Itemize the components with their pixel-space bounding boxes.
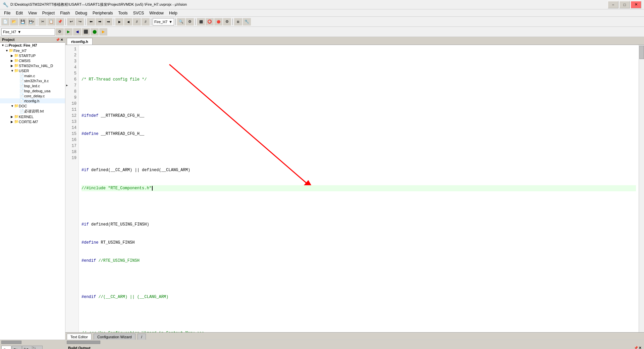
menu-item-svcs[interactable]: SVCS xyxy=(130,10,147,16)
tree-item-cmsis[interactable]: ▶ 📁 CMSIS xyxy=(0,58,65,63)
expand-startup[interactable]: ▶ xyxy=(11,54,14,57)
tree-label-user: USER xyxy=(19,69,29,73)
project-name: Fire_H7 xyxy=(3,30,16,34)
save-button[interactable]: 💾 xyxy=(19,18,27,26)
green-btn[interactable]: ⬤ xyxy=(91,28,99,36)
tab-text-editor[interactable]: Text Editor xyxy=(67,334,92,340)
paste-button[interactable]: 📌 xyxy=(56,18,64,26)
tree-item-root[interactable]: ▼ 🗂 Project: Fire_H7 xyxy=(0,43,65,48)
dropdown-arrow: ▼ xyxy=(169,20,172,24)
tree-item-fire-h7[interactable]: ▼ 📁 Fire_H7 xyxy=(0,48,65,53)
indent-button[interactable]: ▶ xyxy=(115,18,123,26)
pin-icon2[interactable]: 📌 xyxy=(634,346,638,349)
menu-item-tools[interactable]: Tools xyxy=(116,10,130,16)
expand-doc[interactable]: ▼ xyxy=(11,104,14,108)
target-dropdown[interactable]: Fire_H7 ▼ xyxy=(153,18,174,26)
tab-extra[interactable]: / xyxy=(138,334,146,340)
open-button[interactable]: 📂 xyxy=(10,18,18,26)
expand-stm32[interactable]: ▶ xyxy=(11,64,14,67)
editor-hscroll-thumb[interactable] xyxy=(67,341,100,344)
tree-item-itc[interactable]: 📄 stm32h7xx_it.c xyxy=(0,78,65,83)
project-hscroll-thumb[interactable] xyxy=(1,341,21,344)
code-kw: defined xyxy=(91,167,108,173)
close-panel2-icon[interactable]: ✕ xyxy=(639,346,641,349)
editor-scrollbar[interactable] xyxy=(639,45,644,332)
tree-item-mainc[interactable]: 📄 main.c xyxy=(0,73,65,78)
close-panel-icon[interactable]: ✕ xyxy=(60,38,63,42)
expand-root[interactable]: ▼ xyxy=(1,44,5,47)
code-content[interactable]: /* RT-Thread config file */ #ifndef __RT… xyxy=(79,45,639,332)
editor-tab-rtconfig[interactable]: rtconfig.h xyxy=(67,38,93,45)
tree-item-rtconfig[interactable]: 📄 rtconfig.h xyxy=(0,98,65,103)
find-button[interactable]: 🔍 xyxy=(177,18,185,26)
settings2-button[interactable]: ⚙ xyxy=(56,28,64,36)
forward-button[interactable]: ➡ xyxy=(96,18,104,26)
side-tab-project[interactable]: Pr... xyxy=(1,346,11,349)
pin-icon[interactable]: 📌 xyxy=(56,38,60,42)
tree-item-stm32[interactable]: ▶ 📁 STM32H7xx_HAL_D xyxy=(0,63,65,68)
run-btn[interactable]: ▶ xyxy=(99,28,107,36)
editor-hscroll[interactable] xyxy=(65,340,644,344)
stop-btn[interactable]: ◀ xyxy=(73,28,81,36)
maximize-button[interactable]: □ xyxy=(619,1,630,8)
back-button[interactable]: ⬅ xyxy=(87,18,95,26)
tree-item-readme[interactable]: 📄 必读说明.txt xyxy=(0,108,65,114)
go-next-button[interactable]: ⮕ xyxy=(104,18,112,26)
bp-all-button[interactable]: ⚙ xyxy=(223,18,231,26)
new-file-button[interactable]: 📄 xyxy=(1,18,9,26)
menu-item-peripherals[interactable]: Peripherals xyxy=(90,10,116,16)
code-line-7: //#include "RTE_Components.h" xyxy=(82,185,636,191)
view-button[interactable]: ⊞ xyxy=(234,18,242,26)
expand-fire-h7[interactable]: ▼ xyxy=(5,49,9,52)
project-hscroll[interactable] xyxy=(0,340,65,344)
bottom-section: Pr... Bu... {} F... ↑↓ Te... Build Outpu… xyxy=(0,344,644,349)
save-all-button[interactable]: 💾+ xyxy=(28,18,36,26)
menu-item-project[interactable]: Project xyxy=(40,10,57,16)
redo-button[interactable]: ↪ xyxy=(76,18,84,26)
bp-on-button[interactable]: ⭕ xyxy=(206,18,214,26)
horizontal-scrollbar-bar xyxy=(0,340,644,344)
expand-cortex[interactable]: ▶ xyxy=(11,120,14,123)
expand-cmsis[interactable]: ▶ xyxy=(11,59,14,62)
menu-item-window[interactable]: Window xyxy=(147,10,166,16)
copy-button[interactable]: 📋 xyxy=(47,18,55,26)
title-bar-controls[interactable]: − □ ✕ xyxy=(608,1,641,8)
outdent-button[interactable]: ◀ xyxy=(124,18,132,26)
project-selector[interactable]: Fire_H7 ▼ xyxy=(1,28,55,36)
side-tab-build[interactable]: Bu... xyxy=(12,346,22,349)
side-tab-templates[interactable]: ↑↓ Te... xyxy=(33,346,43,349)
code-line-13: #endif //(__CC_ARM) || (__CLANG_ARM) xyxy=(82,294,636,300)
comment-button[interactable]: // xyxy=(133,18,141,26)
bp-clear-button[interactable]: 🔴 xyxy=(214,18,222,26)
bp-off-button[interactable]: ⬛ xyxy=(197,18,205,26)
tab-config-wizard[interactable]: Configuration Wizard xyxy=(94,334,136,340)
menu-item-help[interactable]: Help xyxy=(166,10,180,16)
undo-button[interactable]: ↩ xyxy=(67,18,75,26)
menu-item-debug[interactable]: Debug xyxy=(73,10,90,16)
tree-item-user[interactable]: ▼ 📁 USER xyxy=(0,68,65,73)
uncomment-button[interactable]: // xyxy=(142,18,150,26)
tool2-button[interactable]: 🔧 xyxy=(243,18,251,26)
menu-item-view[interactable]: View xyxy=(25,10,40,16)
minimize-button[interactable]: − xyxy=(608,1,619,8)
menu-item-edit[interactable]: Edit xyxy=(13,10,25,16)
tree-item-cortex[interactable]: ▶ 📁 CORTE-M7 xyxy=(0,119,65,124)
settings-button[interactable]: ⚙ xyxy=(186,18,194,26)
tree-item-bspdebug[interactable]: 📄 bsp_debug_usa xyxy=(0,88,65,93)
halt-btn[interactable]: ⬛ xyxy=(82,28,90,36)
close-button[interactable]: ✕ xyxy=(631,1,641,8)
tree-item-kernel[interactable]: ▶ 📁 KERNEL xyxy=(0,114,65,119)
expand-kernel[interactable]: ▶ xyxy=(11,115,14,118)
tree-item-bspled[interactable]: 📄 bsp_led.c xyxy=(0,83,65,88)
expand-user[interactable]: ▼ xyxy=(11,69,14,72)
play-btn[interactable]: ▶ xyxy=(64,28,72,36)
tree-item-startup[interactable]: ▶ 📁 STARTUP xyxy=(0,53,65,58)
cut-button[interactable]: ✂ xyxy=(39,18,47,26)
side-tab-functions[interactable]: {} F... xyxy=(22,346,32,349)
menu-item-flash[interactable]: Flash xyxy=(57,10,72,16)
tree-item-coredelay[interactable]: 📄 core_delay.c xyxy=(0,93,65,98)
menu-item-file[interactable]: File xyxy=(1,10,13,16)
ln-8: 8 xyxy=(65,89,78,95)
scrollbar-thumb[interactable] xyxy=(639,46,644,59)
tree-item-doc[interactable]: ▼ 📁 DOC xyxy=(0,103,65,108)
